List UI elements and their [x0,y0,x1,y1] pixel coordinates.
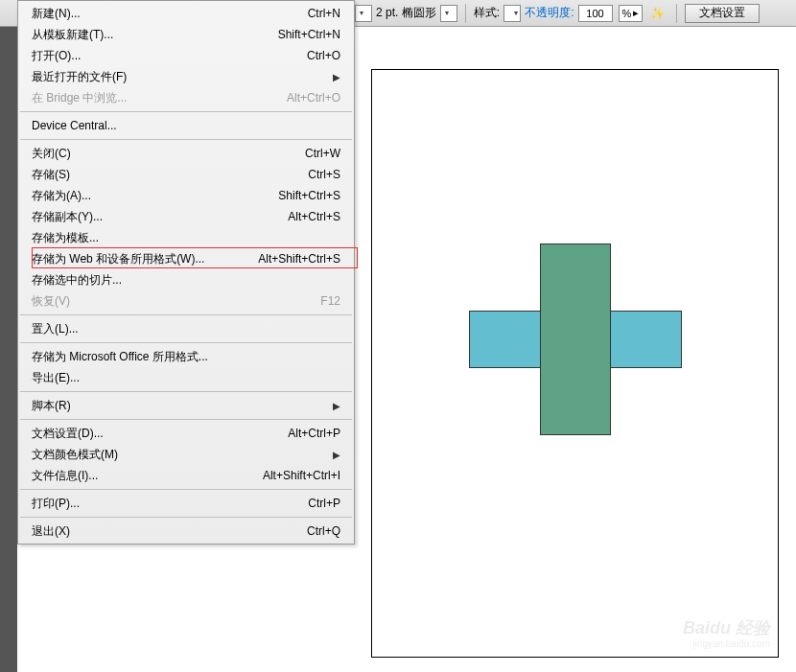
menu-item[interactable]: 存储为 Web 和设备所用格式(W)...Alt+Shift+Ctrl+S [18,248,354,269]
menu-shortcut: Alt+Shift+Ctrl+S [258,252,340,266]
menu-shortcut: Ctrl+W [305,147,340,160]
menu-separator [20,391,352,392]
menu-item[interactable]: 最近打开的文件(F)▶ [18,66,354,87]
menu-item: 在 Bridge 中浏览...Alt+Ctrl+O [18,87,354,108]
opacity-input[interactable]: 100 [578,5,613,22]
menu-item-label: 存储为 Web 和设备所用格式(W)... [32,251,204,267]
menu-item[interactable]: 存储(S)Ctrl+S [18,164,354,185]
menu-item-label: 恢复(V) [32,293,70,310]
menu-separator [20,314,352,315]
menu-item[interactable]: 文档颜色模式(M)▶ [18,444,354,465]
menu-separator [20,489,352,490]
menu-shortcut: Shift+Ctrl+S [278,189,340,202]
menu-shortcut: Shift+Ctrl+N [278,28,340,41]
menu-item-label: 存储选中的切片... [32,272,122,289]
opacity-label: 不透明度: [525,5,574,21]
stroke-dropdown[interactable]: ▾ [355,5,372,22]
menu-item: 恢复(V)F12 [18,290,354,312]
menu-item[interactable]: 从模板新建(T)...Shift+Ctrl+N [18,24,354,45]
menu-item-label: 文件信息(I)... [32,468,98,484]
left-panel-edge [0,27,17,672]
menu-item-label: 存储副本(Y)... [32,209,103,225]
submenu-arrow-icon: ▶ [333,401,340,411]
menu-shortcut: Ctrl+N [308,7,340,20]
canvas-area[interactable]: Baidu 经验 jingyan.baidu.com [355,27,795,671]
menu-shortcut: Ctrl+P [308,497,340,510]
menu-shortcut: Ctrl+O [307,49,340,62]
menu-item[interactable]: 存储选中的切片... [18,269,354,290]
submenu-arrow-icon: ▶ [333,450,340,460]
menu-shortcut: Alt+Ctrl+S [288,210,340,223]
menu-item-label: 脚本(R) [32,398,71,414]
artboard: Baidu 经验 jingyan.baidu.com [371,69,779,658]
style-label: 样式: [474,5,500,21]
file-menu: 新建(N)...Ctrl+N从模板新建(T)...Shift+Ctrl+N打开(… [17,0,355,545]
menu-shortcut: Alt+Ctrl+P [288,427,340,440]
menu-item[interactable]: 存储副本(Y)...Alt+Ctrl+S [18,206,354,227]
menu-shortcut: Ctrl+S [308,168,340,181]
menu-separator [20,342,352,343]
menu-item-label: 存储(S) [32,167,70,183]
menu-item[interactable]: 新建(N)...Ctrl+N [18,3,354,24]
opacity-unit-dropdown[interactable]: %▸ [619,5,644,22]
document-settings-button[interactable]: 文档设置 [685,4,760,23]
menu-item[interactable]: 文档设置(D)...Alt+Ctrl+P [18,423,354,444]
menu-item-label: 存储为模板... [32,230,99,246]
menu-item-label: Device Central... [32,119,117,132]
menu-item[interactable]: 存储为模板... [18,227,354,248]
stroke-value: 2 pt. 椭圆形 [376,5,436,21]
menu-separator [20,419,352,420]
menu-item[interactable]: 存储为 Microsoft Office 所用格式... [18,346,354,367]
menu-item[interactable]: 退出(X)Ctrl+Q [18,521,354,542]
menu-item[interactable]: 置入(L)... [18,318,354,339]
menu-item-label: 打开(O)... [32,48,81,64]
watermark: Baidu 经验 jingyan.baidu.com [683,619,770,649]
menu-separator [20,139,352,140]
menu-item-label: 导出(E)... [32,370,80,386]
menu-item[interactable]: 存储为(A)...Shift+Ctrl+S [18,185,354,206]
menu-item[interactable]: 关闭(C)Ctrl+W [18,143,354,164]
menu-item-label: 在 Bridge 中浏览... [32,90,127,106]
menu-item-label: 退出(X) [32,523,70,540]
menu-item-label: 文档设置(D)... [32,426,104,442]
menu-item-label: 置入(L)... [32,321,79,337]
menu-item-label: 文档颜色模式(M) [32,447,118,463]
menu-item-label: 新建(N)... [32,6,81,22]
menu-item-label: 关闭(C) [32,146,71,162]
submenu-arrow-icon: ▶ [333,72,340,82]
menu-shortcut: Alt+Ctrl+O [287,91,340,104]
style-dropdown[interactable]: ▾ [503,5,521,22]
menu-item-label: 打印(P)... [32,496,80,512]
menu-shortcut: Alt+Shift+Ctrl+I [263,469,340,482]
wand-icon[interactable]: ✨ [650,7,665,20]
stroke-shape-dropdown[interactable]: ▾ [440,5,457,22]
menu-shortcut: F12 [320,294,340,308]
toolbar-separator [465,4,466,23]
vertical-rect-shape[interactable] [540,243,611,435]
menu-item-label: 存储为 Microsoft Office 所用格式... [32,349,208,365]
menu-shortcut: Ctrl+Q [307,524,340,538]
menu-separator [20,111,352,112]
menu-item-label: 从模板新建(T)... [32,27,113,43]
menu-item-label: 存储为(A)... [32,188,91,204]
menu-item[interactable]: 打印(P)...Ctrl+P [18,493,354,514]
menu-item[interactable]: 导出(E)... [18,367,354,388]
toolbar-separator [676,4,677,23]
menu-item[interactable]: 文件信息(I)...Alt+Shift+Ctrl+I [18,465,354,486]
menu-item-label: 最近打开的文件(F) [32,69,127,85]
menu-separator [20,517,352,518]
menu-item[interactable]: 打开(O)...Ctrl+O [18,45,354,66]
menu-item[interactable]: Device Central... [18,115,354,136]
menu-item[interactable]: 脚本(R)▶ [18,395,354,416]
